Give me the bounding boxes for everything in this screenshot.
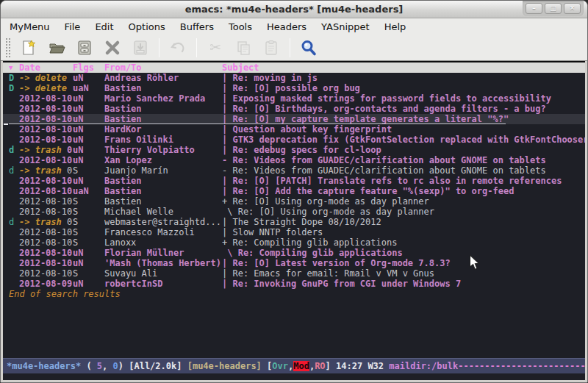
message-flags: uN — [73, 114, 104, 124]
save-button[interactable] — [75, 38, 94, 57]
message-row[interactable]: d-> trash 0Swebmaster@straightd...| The … — [3, 217, 585, 227]
mark-char — [9, 176, 19, 186]
end-of-search-message: End of search results — [3, 289, 585, 299]
message-row[interactable]: 2012-08-10SBastien+ Re: [O] Using org-mo… — [3, 196, 585, 207]
save-as-button[interactable] — [131, 38, 150, 57]
message-subject: - Re: Videos from GUADEC/clarification a… — [222, 165, 585, 176]
message-date: 2012-08-10 — [19, 176, 73, 186]
open-folder-button[interactable] — [47, 38, 66, 57]
message-flags: S — [73, 196, 104, 207]
message-row[interactable]: 2012-08-10uNFrans Oilinki| GTK3 deprecat… — [3, 135, 585, 145]
column-header-subject[interactable]: Subject — [222, 62, 259, 73]
cut-button[interactable]: ✂ — [206, 38, 225, 57]
message-row[interactable]: 2012-08-10uNFlorian Müllner \ Re: Compil… — [3, 248, 585, 258]
column-header-date[interactable]: Date — [19, 62, 73, 73]
message-date: 2012-08-10 — [19, 196, 73, 207]
menu-item-file[interactable]: File — [60, 21, 86, 33]
menubar: MyMenuFileEditOptionsBuffersToolsHeaders… — [1, 18, 587, 35]
mode-line: *mu4e-headers* ( 5, 0) [All/2.0k] [mu4e-… — [3, 358, 585, 373]
modeline-segment-num1: 5 — [97, 361, 102, 371]
minimize-button[interactable]: – — [526, 3, 542, 14]
message-row[interactable]: 2012-08-10uNXan Lopez- Re: Videos from G… — [3, 155, 585, 165]
menu-item-help[interactable]: Help — [379, 21, 412, 33]
message-row[interactable]: 2012-08-10uNBastien| Re: [O] [PATCH] Tra… — [3, 176, 585, 186]
close-button[interactable]: ✕ — [564, 3, 581, 14]
search-button[interactable] — [299, 38, 318, 57]
toolbar: ✂ — [1, 35, 587, 61]
message-row[interactable]: 2012-08-10SSuvayu Ali| Re: Emacs for ema… — [3, 268, 585, 279]
message-from: Bastien — [104, 104, 222, 114]
message-from: Bastien — [104, 114, 222, 124]
sort-descending-icon[interactable]: ▼ — [9, 62, 19, 73]
toolbar-grip-handle[interactable] — [5, 37, 10, 58]
message-from: Bastien — [104, 196, 222, 207]
message-row[interactable]: 2012-08-10SFrancesco Mazzoli| Slow NNTP … — [3, 227, 585, 237]
mark-char: d — [9, 145, 19, 155]
message-row[interactable]: d-> trash 0uNThierry Volpiatto| Re: edeb… — [3, 145, 585, 155]
mark-char — [9, 196, 19, 207]
copy-button[interactable] — [234, 38, 253, 57]
message-row[interactable]: 2012-08-10uNBastien| Re: [O] Birthdays, … — [3, 104, 585, 114]
menu-item-options[interactable]: Options — [123, 21, 171, 33]
message-row[interactable]: 2012-08-10uN'Mash (Thomas Herbert)| Re: … — [3, 258, 585, 268]
frame-edge: ▼ Date Flgs From/To Subject D-> deleteuN… — [1, 61, 587, 382]
message-date: 2012-08-10 — [19, 207, 73, 217]
menu-item-edit[interactable]: Edit — [90, 21, 118, 33]
message-subject: | Re: [O] [PATCH] Translate refs to rc a… — [222, 176, 585, 186]
message-row[interactable]: D-> deleteuaNBastien| Re: [O] possible o… — [3, 83, 585, 93]
message-from: Michael Welle — [104, 207, 222, 217]
message-flags: uN — [73, 124, 104, 135]
column-header-from[interactable]: From/To — [104, 62, 222, 73]
menu-item-buffers[interactable]: Buffers — [175, 21, 219, 33]
message-subject: | Slow NNTP folders — [222, 227, 585, 237]
message-date: 2012-08-10 — [19, 237, 73, 248]
message-from: 'Mash (Thomas Herbert) — [104, 258, 222, 268]
message-row[interactable]: d-> trash 0SJuanjo Marín- Re: Videos fro… — [3, 165, 585, 176]
message-row[interactable]: 2012-08-10uNMario Sanchez Prada| Exposin… — [3, 93, 585, 104]
menu-item-tools[interactable]: Tools — [223, 21, 257, 33]
new-file-button[interactable] — [19, 38, 38, 57]
echo-area[interactable] — [3, 373, 585, 380]
message-flags: uN — [73, 248, 104, 258]
message-row[interactable]: D-> deleteuNAndreas Röhler| Re: moving i… — [3, 73, 585, 83]
message-row[interactable]: 2012-08-10uNHardKor| Question about key … — [3, 124, 585, 135]
undo-button[interactable] — [168, 38, 187, 57]
message-flags: uN — [73, 135, 104, 145]
message-row[interactable]: 2012-08-10SMichael Welle \ Re: [O] Using… — [3, 207, 585, 217]
mark-action-label: -> trash — [19, 165, 62, 176]
message-subject: | Re: Emacs for email: Rmail v VM v Gnus — [222, 268, 585, 279]
message-row[interactable]: 2012-08-10uNBastien| Re: [O] my capture … — [3, 114, 585, 124]
message-date: 2012-08-10 — [19, 155, 73, 165]
mark-target: -> trash 0 — [19, 165, 73, 176]
message-date: 2012-08-10 — [19, 186, 73, 196]
message-flags: uN — [73, 258, 104, 268]
message-flags: S — [73, 237, 104, 248]
message-date: 2012-08-10 — [19, 135, 73, 145]
modeline-segment: ] 14:27 W32 — [326, 361, 390, 371]
maximize-button[interactable]: □ — [545, 3, 562, 14]
modeline-segment: [ — [262, 361, 272, 371]
message-flags: uN — [73, 104, 104, 114]
message-date: 2012-08-10 — [19, 114, 73, 124]
message-from: Bastien — [104, 186, 222, 196]
message-subject: | Re: edebug specs for cl-loop — [222, 145, 585, 155]
message-row[interactable]: 2012-08-10uaNBastien| Re: [O] Add the ca… — [3, 186, 585, 196]
menu-item-yasnippet[interactable]: YASnippet — [316, 21, 375, 33]
copy-icon — [234, 39, 252, 57]
message-row[interactable]: 2012-08-09uNrobertcInSD| Re: Invoking Gn… — [3, 279, 585, 289]
modeline-segment-ro: RO — [315, 361, 325, 371]
paste-button[interactable] — [262, 38, 281, 57]
mark-char — [9, 227, 19, 237]
modeline-segment-buffer: *mu4e-headers* — [7, 361, 81, 371]
modeline-segment: ) [All/2.0k] — [118, 361, 187, 371]
message-row[interactable]: 2012-08-10SLanoxx+ Re: Compiling glib ap… — [3, 237, 585, 248]
menu-item-mymenu[interactable]: MyMenu — [4, 21, 55, 33]
message-subject: | GTK3 deprecation fix (GtkFontSelection… — [222, 135, 585, 145]
open-folder-icon — [48, 39, 65, 57]
message-from: Juanjo Marín — [104, 165, 222, 176]
save-as-icon — [132, 39, 149, 57]
menu-item-headers[interactable]: Headers — [262, 21, 312, 33]
close-buffer-button[interactable] — [103, 38, 122, 57]
column-header-flags[interactable]: Flgs — [73, 62, 104, 73]
mark-char — [9, 258, 19, 268]
